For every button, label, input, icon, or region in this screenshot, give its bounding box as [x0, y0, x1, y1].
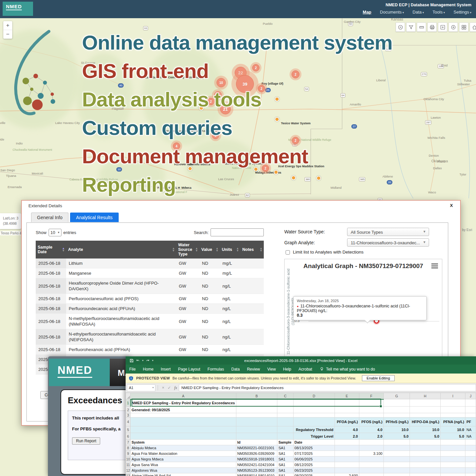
cell[interactable]: NM3558014-58014010	[236, 473, 277, 476]
cell[interactable]	[277, 413, 293, 417]
cell[interactable]: NM3500221-00221001	[236, 445, 277, 451]
cell[interactable]: 2.0	[359, 433, 383, 440]
ribbon-tab-formulas[interactable]: Formulas	[204, 367, 228, 372]
cell[interactable]	[236, 407, 277, 413]
cell[interactable]	[410, 407, 440, 413]
print-icon[interactable]	[427, 22, 437, 32]
water-source-type-select[interactable]: All Source Types▼	[347, 228, 429, 236]
cell[interactable]: NM3503926-03926009	[236, 451, 277, 456]
undo-icon[interactable]	[136, 359, 140, 363]
cell[interactable]: Algodones Wua	[131, 468, 236, 473]
cell[interactable]	[383, 451, 410, 456]
cell[interactable]	[335, 413, 359, 417]
cell[interactable]: 06/23/2025	[293, 468, 335, 473]
cell[interactable]: System	[131, 440, 236, 445]
ribbon-tab-page-layout[interactable]: Page Layout	[174, 367, 204, 372]
cell[interactable]	[440, 399, 465, 407]
nmed-logo[interactable]: NMED	[49, 359, 110, 386]
cell[interactable]	[410, 445, 440, 451]
cell[interactable]: Date	[293, 440, 335, 445]
ribbon-tab-data[interactable]: Data	[228, 367, 243, 372]
column-header-units[interactable]: Units▴▾	[220, 241, 240, 258]
cell[interactable]: 2.0	[335, 433, 359, 440]
cell[interactable]	[277, 407, 293, 413]
cell[interactable]	[131, 413, 236, 417]
nav-item-documents[interactable]: Documents ▾	[380, 10, 404, 15]
cell[interactable]	[465, 468, 476, 473]
cell[interactable]	[383, 440, 410, 445]
add-feature-icon[interactable]	[438, 22, 447, 32]
column-header-G[interactable]: G	[383, 393, 410, 399]
cell[interactable]	[383, 468, 410, 473]
cell[interactable]	[359, 407, 383, 413]
cell[interactable]: PFHxS (ng/L)	[383, 417, 410, 426]
column-header-water-source-type[interactable]: Water Source Type▴▾	[176, 241, 199, 258]
cell[interactable]: 5.0	[440, 433, 465, 440]
ribbon-tab-file[interactable]: File	[126, 367, 139, 372]
row-header-10[interactable]: 10	[126, 456, 131, 462]
select-all-corner[interactable]	[126, 393, 131, 399]
cell[interactable]	[383, 413, 410, 417]
cell[interactable]	[440, 473, 465, 476]
tab-analytical-results[interactable]: Analytical Results	[70, 213, 119, 222]
cell[interactable]	[410, 468, 440, 473]
cell[interactable]	[410, 473, 440, 476]
nav-item-data[interactable]: Data ▾	[413, 10, 424, 15]
cell[interactable]	[440, 407, 465, 413]
nav-item-settings[interactable]: Settings ▾	[454, 10, 471, 15]
ribbon-tab-view[interactable]: View	[264, 367, 280, 372]
zoom-in-button[interactable]: +	[3, 21, 12, 30]
cell[interactable]	[410, 440, 440, 445]
row-header-2[interactable]: 2	[126, 407, 131, 413]
column-header-analyte[interactable]: Analyte▴▾	[66, 241, 176, 258]
row-header-13[interactable]: 13	[126, 473, 131, 476]
cell[interactable]	[335, 468, 359, 473]
redo-icon[interactable]	[146, 359, 150, 363]
cell[interactable]	[359, 440, 383, 445]
row-header-8[interactable]: 8	[126, 445, 131, 451]
row-header-5[interactable]: 5	[126, 426, 131, 433]
cell[interactable]	[383, 462, 410, 468]
column-header-F[interactable]: F	[359, 393, 383, 399]
cell[interactable]	[335, 456, 359, 462]
cell[interactable]: SA1	[277, 451, 293, 456]
cell[interactable]: 10.0	[383, 426, 410, 433]
cell[interactable]	[465, 462, 476, 468]
cell[interactable]: NM3502421-02421004	[236, 462, 277, 468]
cell[interactable]	[440, 445, 465, 451]
cell[interactable]	[359, 399, 383, 407]
cell[interactable]: Trigger Level	[293, 433, 335, 440]
cell[interactable]: PF	[465, 417, 476, 426]
cell[interactable]: NM3515918-15918001	[236, 456, 277, 462]
cell[interactable]: 10.0	[440, 426, 465, 433]
ribbon-tab-home[interactable]: Home	[139, 367, 157, 372]
cell[interactable]	[359, 473, 383, 476]
column-header-I[interactable]: I	[440, 393, 465, 399]
cell[interactable]	[236, 399, 277, 407]
cell[interactable]: 5.0	[410, 433, 440, 440]
cell[interactable]	[465, 451, 476, 456]
cell[interactable]	[277, 426, 293, 433]
column-header-J[interactable]: J	[465, 393, 476, 399]
cell[interactable]: PFNA (ng/L)	[440, 417, 465, 426]
cell[interactable]	[359, 468, 383, 473]
cell[interactable]: 4.0	[359, 426, 383, 433]
cell[interactable]: SA1	[277, 445, 293, 451]
cell[interactable]	[236, 433, 277, 440]
cell[interactable]	[359, 413, 383, 417]
cell[interactable]: NA	[465, 426, 476, 433]
cell[interactable]: 2.600	[335, 473, 359, 476]
cell[interactable]	[465, 399, 476, 407]
row-header-12[interactable]: 12	[126, 468, 131, 473]
cell[interactable]: NM3535123-35123003	[236, 468, 277, 473]
cell[interactable]	[383, 456, 410, 462]
column-header-B[interactable]: B	[236, 393, 277, 399]
cell[interactable]: NA	[465, 433, 476, 440]
cell[interactable]: SA1	[277, 456, 293, 462]
cell[interactable]	[335, 445, 359, 451]
locate-icon[interactable]: A	[396, 22, 405, 32]
cell[interactable]	[383, 473, 410, 476]
cell[interactable]	[335, 407, 359, 413]
cell[interactable]	[465, 407, 476, 413]
row-header-4[interactable]: 4	[126, 417, 131, 426]
